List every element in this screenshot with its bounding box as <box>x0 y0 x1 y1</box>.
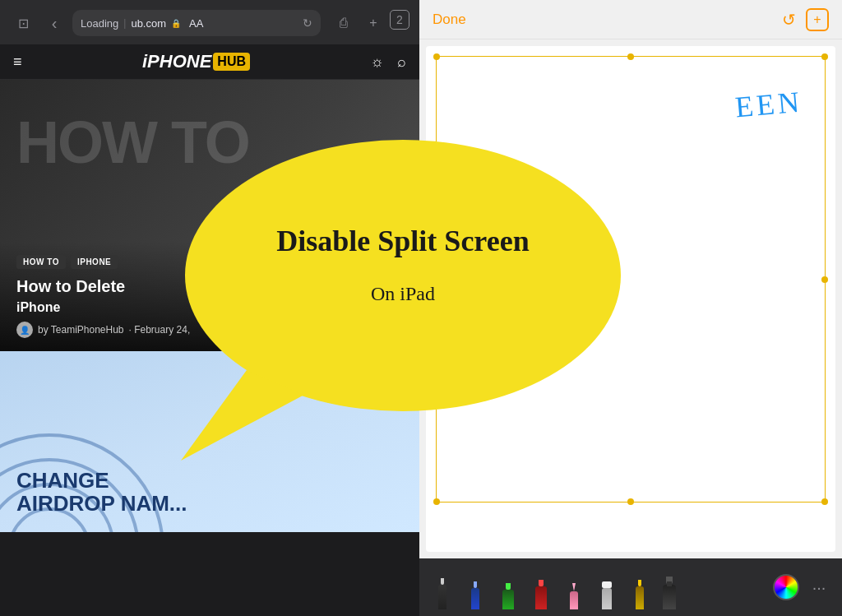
drawing-toolbar: ··· <box>419 558 842 616</box>
content-area: HOW TO HOW TO IPHONE How to Delete iPhon… <box>0 80 419 616</box>
article-subtitle: iPhone <box>16 300 403 315</box>
handle-mid-left[interactable] <box>433 276 440 283</box>
handle-bottom-mid[interactable] <box>627 498 634 505</box>
article-card-1[interactable]: HOW TO HOW TO IPHONE How to Delete iPhon… <box>0 80 419 351</box>
handle-top-left[interactable] <box>433 53 440 60</box>
avatar: 👤 <box>16 322 33 338</box>
sidebar-toggle-button[interactable]: ⊡ <box>10 10 36 36</box>
tabs-button[interactable]: 2 <box>390 10 409 30</box>
add-note-button[interactable]: + <box>806 8 829 31</box>
hamburger-menu-icon[interactable]: ≡ <box>13 53 22 71</box>
tag-howto: HOW TO <box>16 255 66 269</box>
more-tools-button[interactable]: ··· <box>806 578 832 597</box>
handle-top-right[interactable] <box>821 53 828 60</box>
selection-box <box>436 56 826 503</box>
done-button[interactable]: Done <box>433 12 466 28</box>
article-card-2[interactable]: CHANGE AIRDROP NAM... <box>0 351 419 532</box>
blue-pen-tool[interactable] <box>462 565 488 609</box>
handle-mid-right[interactable] <box>821 276 828 283</box>
article-title: How to Delete <box>16 276 403 297</box>
browser-top-bar: ⊡ ‹ Loading | ub.com 🔒 AA ↻ ⎙ + 2 <box>10 8 409 38</box>
pink-pencil-tool[interactable] <box>561 565 587 609</box>
lock-icon: 🔒 <box>171 19 181 28</box>
handwriting-text: EEN <box>733 85 803 125</box>
airdrop-title: CHANGE AIRDROP NAM... <box>16 469 187 516</box>
notes-topbar: Done ↺ + <box>419 0 842 39</box>
article-meta: 👤 by TeamiPhoneHub · February 24, <box>16 322 403 338</box>
handle-bottom-left[interactable] <box>433 498 440 505</box>
back-button[interactable]: ‹ <box>41 10 67 36</box>
ink-bottle-tool[interactable] <box>659 565 679 609</box>
text-size-label: AA <box>189 17 203 30</box>
search-icon[interactable]: ⌕ <box>397 53 406 71</box>
article-tags: HOW TO IPHONE <box>16 255 403 269</box>
eraser-tool[interactable] <box>594 565 620 609</box>
notes-canvas[interactable]: EEN <box>426 46 835 552</box>
domain-text: ub.com <box>131 17 166 30</box>
site-action-icons: ☼ ⌕ <box>371 53 407 71</box>
undo-icon[interactable]: ↺ <box>782 10 796 30</box>
date-text: · February 24, <box>129 324 191 336</box>
red-marker-tool[interactable] <box>528 565 554 609</box>
browser-chrome: ⊡ ‹ Loading | ub.com 🔒 AA ↻ ⎙ + 2 <box>0 0 419 44</box>
loading-indicator: Loading <box>81 17 118 30</box>
tag-iphone: IPHONE <box>71 255 118 269</box>
article-overlay: HOW TO IPHONE How to Delete iPhone 👤 by … <box>0 242 419 351</box>
site-logo: iPHONE HUB <box>142 51 250 72</box>
black-pen-tool[interactable] <box>429 565 456 609</box>
handle-top-mid[interactable] <box>627 53 634 60</box>
logo-iphone-text: iPHONE <box>142 51 211 72</box>
site-navbar: ≡ iPHONE HUB ☼ ⌕ <box>0 44 419 80</box>
reload-icon[interactable]: ↻ <box>303 16 312 30</box>
gold-pen-tool[interactable] <box>627 565 653 609</box>
color-wheel-button[interactable] <box>773 574 799 600</box>
article-bg-text: HOW TO <box>16 113 249 172</box>
browser-panel: ⊡ ‹ Loading | ub.com 🔒 AA ↻ ⎙ + 2 ≡ iPHO… <box>0 0 419 616</box>
browser-actions: ⎙ + 2 <box>331 10 409 36</box>
new-tab-button[interactable]: + <box>360 10 386 36</box>
logo-hub-badge: HUB <box>213 53 250 71</box>
notes-top-icons: ↺ + <box>782 8 829 31</box>
author-text: by TeamiPhoneHub <box>38 324 124 336</box>
handle-bottom-right[interactable] <box>821 498 828 505</box>
address-separator: | <box>123 17 126 29</box>
notes-panel: Done ↺ + EEN <box>419 0 842 616</box>
green-marker-tool[interactable] <box>495 565 521 609</box>
brightness-icon[interactable]: ☼ <box>371 53 385 71</box>
share-button[interactable]: ⎙ <box>331 10 357 36</box>
address-bar[interactable]: Loading | ub.com 🔒 AA ↻ <box>72 10 321 36</box>
